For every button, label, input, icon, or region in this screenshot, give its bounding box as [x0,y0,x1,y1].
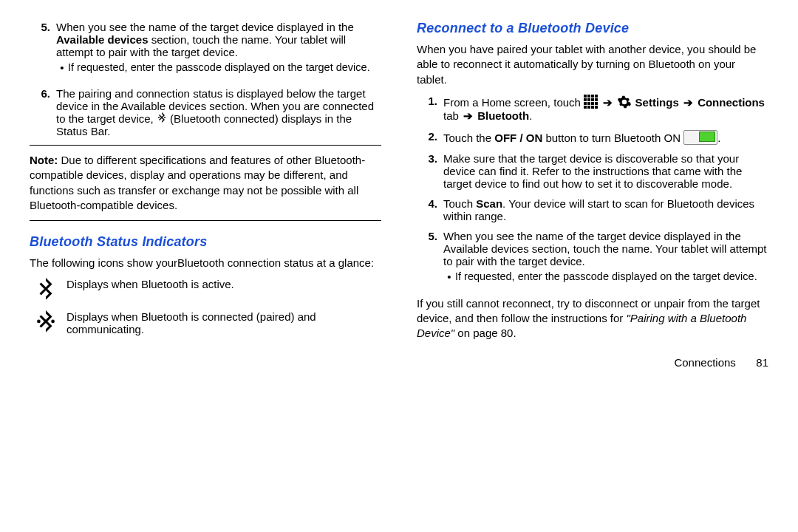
bluetooth-connected-icon [157,112,167,124]
footer-page-number: 81 [739,356,768,369]
step-5-left: 5. When you see the name of the target d… [30,21,381,80]
svg-rect-16 [584,106,587,109]
svg-rect-15 [595,102,598,105]
svg-rect-18 [591,106,594,109]
step-6-left: 6. The pairing and connection status is … [30,87,381,137]
heading-bluetooth-status-indicators: Bluetooth Status Indicators [30,234,381,250]
bold-available-devices: Available devices [56,33,149,46]
gear-icon [617,95,632,109]
svg-rect-6 [591,95,594,98]
svg-rect-7 [595,95,598,98]
step-3-right: 3. Make sure that the target device is d… [417,152,768,190]
step-number: 1. [417,95,443,123]
text: tab [443,109,462,122]
text: Touch the [443,132,494,144]
outro-paragraph: If you still cannot reconnect, try to di… [417,296,768,341]
bullet-dot: • [56,61,68,74]
step-body: When you see the name of the target devi… [443,230,768,289]
apps-grid-icon [584,95,598,109]
svg-rect-17 [587,106,590,109]
indicators-intro: The following icons show yourBluetooth c… [30,256,381,270]
svg-rect-12 [584,102,587,105]
step-4-right: 4. Touch Scan. Your device will start to… [417,197,768,222]
step-body: From a Home screen, touch ➔ Settings ➔ C… [443,95,768,123]
toggle-on-icon [683,130,717,145]
step-number: 2. [417,130,443,145]
svg-rect-8 [584,98,587,101]
svg-point-0 [158,117,160,118]
text: button to turn Bluetooth ON [542,132,683,144]
text: When you see the name of the target devi… [443,230,766,267]
bluetooth-connected-icon [35,310,56,335]
step-2-right: 2. Touch the OFF / ON button to turn Blu… [417,130,768,145]
step-body: The pairing and connection status is dis… [56,87,381,137]
right-column: Reconnect to a Bluetooth Device When you… [417,21,768,525]
step-number: 4. [417,197,443,222]
step-body: Touch the OFF / ON button to turn Blueto… [443,130,768,145]
bold-bluetooth: Bluetooth [477,109,529,122]
arrow-icon: ➔ [601,96,614,109]
text: From a Home screen, touch [443,96,584,109]
divider [30,145,381,146]
text: on page 80. [454,327,516,339]
indicator-row-active: Displays when Bluetooth is active. [35,278,381,303]
svg-rect-11 [595,98,598,101]
note-label: Note: [30,154,58,166]
svg-rect-4 [584,95,587,98]
svg-rect-14 [591,102,594,105]
bullet-text: If requested, enter the passcode display… [455,270,768,283]
svg-rect-10 [591,98,594,101]
step-5-right: 5. When you see the name of the target d… [417,230,768,289]
step-body: Touch Scan. Your device will start to sc… [443,197,768,222]
footer-section: Connections [674,356,735,369]
text: When you see the name of the target devi… [56,21,354,33]
note-text: Due to different specifications and feat… [30,154,365,211]
step-number: 3. [417,152,443,190]
indicator-text: Displays when Bluetooth is connected (pa… [66,310,381,335]
step-body: Make sure that the target device is disc… [443,152,768,190]
indicator-row-connected: Displays when Bluetooth is connected (pa… [35,310,381,335]
step-body: When you see the name of the target devi… [56,21,381,80]
bold-settings: Settings [635,96,679,109]
svg-rect-9 [587,98,590,101]
divider [30,220,381,221]
sub-bullet: • If requested, enter the passcode displ… [443,270,768,283]
step-1-right: 1. From a Home screen, touch ➔ Settings [417,95,768,123]
svg-rect-19 [595,106,598,109]
text: Touch [443,197,476,210]
bullet-text: If requested, enter the passcode display… [68,61,381,74]
reconnect-intro: When you have paired your tablet with an… [417,42,768,87]
bluetooth-icon [35,278,56,303]
step-number: 5. [30,21,56,80]
bold-off-on: OFF / ON [494,132,542,144]
left-column: 5. When you see the name of the target d… [30,21,381,525]
svg-point-1 [164,117,166,118]
bold-connections: Connections [698,96,765,109]
indicator-text: Displays when Bluetooth is active. [66,278,381,290]
heading-reconnect: Reconnect to a Bluetooth Device [417,21,768,36]
svg-point-3 [51,320,55,324]
page-footer: Connections 81 [417,356,768,369]
text: . [529,109,532,122]
bullet-dot: • [443,270,455,283]
arrow-icon: ➔ [682,96,695,109]
svg-rect-5 [587,95,590,98]
bold-scan: Scan [476,197,502,210]
note-block: Note: Due to different specifications an… [30,153,381,213]
step-number: 6. [30,87,56,137]
text: . [717,132,720,144]
arrow-icon: ➔ [462,109,474,122]
step-number: 5. [417,230,443,289]
svg-point-2 [37,320,41,324]
sub-bullet: • If requested, enter the passcode displ… [56,61,381,74]
svg-rect-13 [587,102,590,105]
